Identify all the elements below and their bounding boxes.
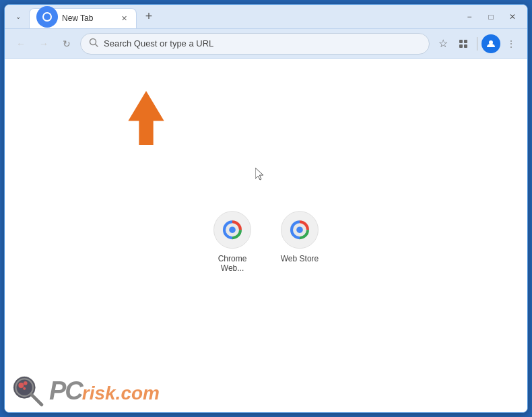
svg-marker-10 [128,91,164,145]
search-icon [89,38,98,49]
separator [477,37,477,51]
watermark-text-container: PC risk.com [49,377,160,406]
title-bar: ⌄ New Tab ✕ + − □ ✕ [5,5,527,29]
shortcut-label-chrome-web: Chrome Web... [205,254,259,273]
minimize-button[interactable]: − [460,7,479,26]
tab-title: New Tab [62,13,114,23]
new-tab-button[interactable]: + [139,7,158,26]
svg-line-21 [32,395,41,404]
tab-list-button[interactable]: ⌄ [10,9,26,25]
tab-close-button[interactable]: ✕ [119,13,129,24]
menu-button[interactable]: ⋮ [502,34,521,53]
shortcut-icon-web-store [281,211,319,249]
mouse-cursor [255,168,266,181]
svg-point-13 [229,226,236,233]
svg-point-2 [44,13,51,20]
close-button[interactable]: ✕ [503,7,522,26]
svg-point-16 [296,226,303,233]
browser-window: ⌄ New Tab ✕ + − □ ✕ [4,4,528,413]
content-area: Chrome Web... [5,59,527,412]
profile-button[interactable] [481,34,500,53]
address-text: Search Quest or type a URL [104,38,421,49]
watermark: PC risk.com [11,375,160,407]
address-bar[interactable]: Search Quest or type a URL [80,33,430,55]
watermark-pc: PC [49,377,82,406]
svg-rect-5 [459,40,463,43]
bookmark-button[interactable]: ☆ [434,34,453,53]
maximize-button[interactable]: □ [481,7,500,26]
forward-button[interactable]: → [34,34,53,53]
svg-rect-7 [459,44,463,48]
back-button[interactable]: ← [11,34,30,53]
watermark-risk: risk.com [82,383,160,404]
svg-point-18 [18,383,24,388]
svg-rect-6 [464,40,467,43]
nav-right-buttons: ☆ ⋮ [434,34,521,53]
extensions-button[interactable] [454,34,473,53]
shortcut-chrome-web[interactable]: Chrome Web... [205,211,259,273]
window-controls: − □ ✕ [460,7,522,26]
shortcut-icon-chrome-web [213,211,251,249]
active-tab[interactable]: New Tab ✕ [29,8,137,28]
svg-rect-8 [464,44,467,48]
shortcuts-area: Chrome Web... [205,211,327,273]
tab-bar: ⌄ New Tab ✕ + [10,5,460,28]
refresh-button[interactable]: ↻ [57,34,76,53]
tab-favicon [36,6,58,30]
shortcut-web-store[interactable]: Web Store [273,211,327,263]
shortcut-label-web-store: Web Store [281,254,319,263]
navigation-bar: ← → ↻ Search Quest or type a URL ☆ [5,29,527,59]
svg-line-4 [96,44,98,47]
svg-point-19 [24,381,28,385]
svg-point-20 [23,387,26,390]
